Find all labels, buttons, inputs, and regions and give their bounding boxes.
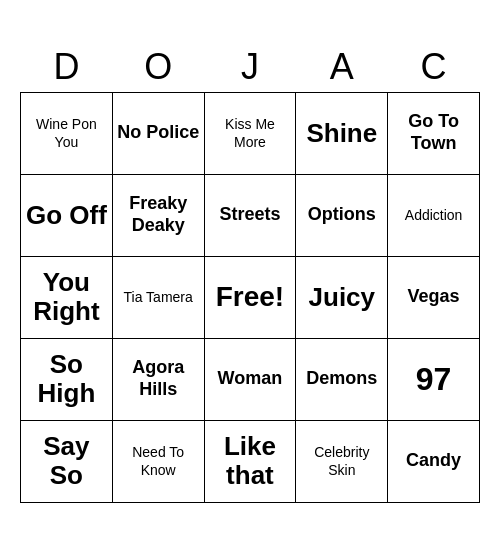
bingo-cell-3-4[interactable]: 97: [388, 338, 480, 420]
cell-text: Juicy: [309, 282, 376, 312]
column-header-c: C: [388, 42, 480, 93]
bingo-cell-1-3[interactable]: Options: [296, 174, 388, 256]
column-header-a: A: [296, 42, 388, 93]
cell-text: Options: [308, 204, 376, 224]
header-row: DOJAC: [21, 42, 480, 93]
bingo-cell-0-0[interactable]: Wine Pon You: [21, 92, 113, 174]
column-header-o: O: [112, 42, 204, 93]
cell-text: 97: [416, 361, 452, 397]
cell-text: Freaky Deaky: [129, 193, 187, 235]
bingo-cell-0-2[interactable]: Kiss Me More: [204, 92, 296, 174]
cell-text: Go Off: [26, 200, 107, 230]
cell-text: You Right: [33, 267, 99, 326]
bingo-cell-3-1[interactable]: Agora Hills: [112, 338, 204, 420]
bingo-cell-2-4[interactable]: Vegas: [388, 256, 480, 338]
bingo-cell-0-1[interactable]: No Police: [112, 92, 204, 174]
cell-text: No Police: [117, 122, 199, 142]
column-header-j: J: [204, 42, 296, 93]
cell-text: Shine: [306, 118, 377, 148]
bingo-cell-1-2[interactable]: Streets: [204, 174, 296, 256]
cell-text: Wine Pon You: [36, 116, 97, 150]
bingo-cell-1-1[interactable]: Freaky Deaky: [112, 174, 204, 256]
bingo-row-1: Go OffFreaky DeakyStreetsOptionsAddictio…: [21, 174, 480, 256]
cell-text: Demons: [306, 368, 377, 388]
cell-text: Go To Town: [408, 111, 459, 153]
bingo-cell-3-3[interactable]: Demons: [296, 338, 388, 420]
cell-text: Free!: [216, 281, 284, 312]
bingo-row-2: You RightTia TameraFree!JuicyVegas: [21, 256, 480, 338]
bingo-cell-0-3[interactable]: Shine: [296, 92, 388, 174]
bingo-row-3: So HighAgora HillsWomanDemons97: [21, 338, 480, 420]
bingo-cell-3-0[interactable]: So High: [21, 338, 113, 420]
bingo-cell-4-0[interactable]: Say So: [21, 420, 113, 502]
bingo-cell-3-2[interactable]: Woman: [204, 338, 296, 420]
cell-text: Need To Know: [132, 444, 184, 478]
bingo-cell-4-4[interactable]: Candy: [388, 420, 480, 502]
cell-text: Kiss Me More: [225, 116, 275, 150]
cell-text: Streets: [219, 204, 280, 224]
cell-text: Like that: [224, 431, 276, 490]
bingo-cell-4-3[interactable]: Celebrity Skin: [296, 420, 388, 502]
cell-text: Addiction: [405, 207, 463, 223]
cell-text: Vegas: [408, 286, 460, 306]
bingo-cell-1-4[interactable]: Addiction: [388, 174, 480, 256]
bingo-cell-2-2[interactable]: Free!: [204, 256, 296, 338]
cell-text: Tia Tamera: [124, 289, 193, 305]
cell-text: Agora Hills: [132, 357, 184, 399]
bingo-cell-2-0[interactable]: You Right: [21, 256, 113, 338]
bingo-card: DOJAC Wine Pon YouNo PoliceKiss Me MoreS…: [20, 42, 480, 503]
bingo-cell-4-2[interactable]: Like that: [204, 420, 296, 502]
bingo-cell-2-3[interactable]: Juicy: [296, 256, 388, 338]
cell-text: Woman: [218, 368, 283, 388]
bingo-cell-4-1[interactable]: Need To Know: [112, 420, 204, 502]
bingo-cell-1-0[interactable]: Go Off: [21, 174, 113, 256]
bingo-cell-0-4[interactable]: Go To Town: [388, 92, 480, 174]
column-header-d: D: [21, 42, 113, 93]
bingo-row-4: Say SoNeed To KnowLike thatCelebrity Ski…: [21, 420, 480, 502]
bingo-cell-2-1[interactable]: Tia Tamera: [112, 256, 204, 338]
cell-text: Say So: [43, 431, 89, 490]
cell-text: Celebrity Skin: [314, 444, 369, 478]
cell-text: Candy: [406, 450, 461, 470]
bingo-row-0: Wine Pon YouNo PoliceKiss Me MoreShineGo…: [21, 92, 480, 174]
cell-text: So High: [38, 349, 96, 408]
